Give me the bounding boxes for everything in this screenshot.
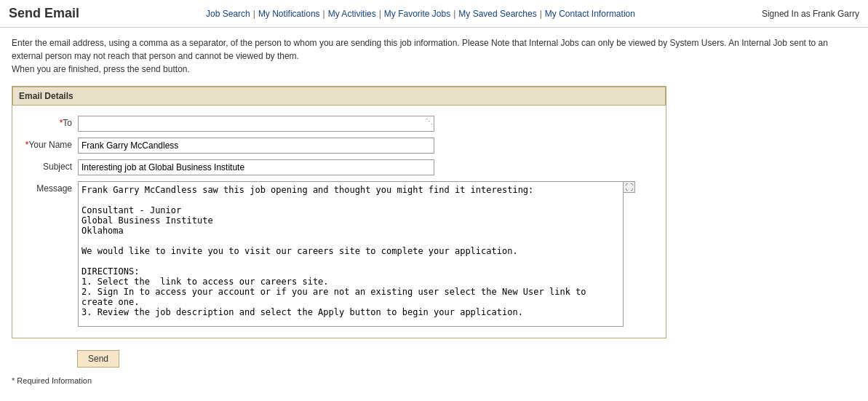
expand-message-icon[interactable]: ⛶ bbox=[623, 181, 635, 193]
main-content: Enter the email address, using a comma a… bbox=[0, 28, 868, 394]
your-name-row: *Your Name bbox=[12, 138, 666, 154]
nav-job-search-top[interactable]: Job Search bbox=[206, 9, 250, 19]
your-name-label: *Your Name bbox=[12, 138, 78, 150]
message-row: Message Frank Garry McCandless saw this … bbox=[12, 181, 666, 329]
nav-my-favorite-jobs-top[interactable]: My Favorite Jobs bbox=[384, 9, 450, 19]
email-form: *To ⋱ *Your Name Subject bbox=[12, 113, 666, 338]
page-header: Send Email Job Search | My Notifications… bbox=[0, 0, 868, 28]
to-wrapper: ⋱ bbox=[78, 116, 434, 132]
expand-to-icon[interactable]: ⋱ bbox=[426, 117, 433, 125]
header-nav: Job Search | My Notifications | My Activ… bbox=[206, 9, 635, 19]
required-note: * Required Information bbox=[12, 376, 856, 385]
to-label: *To bbox=[12, 116, 78, 128]
nav-my-contact-info-top[interactable]: My Contact Information bbox=[545, 9, 635, 19]
send-button[interactable]: Send bbox=[77, 350, 119, 368]
nav-my-notifications-top[interactable]: My Notifications bbox=[258, 9, 320, 19]
message-textarea[interactable]: Frank Garry McCandless saw this job open… bbox=[78, 181, 624, 327]
subject-row: Subject bbox=[12, 159, 666, 175]
nav-my-saved-searches-top[interactable]: My Saved Searches bbox=[458, 9, 536, 19]
page-title: Send Email bbox=[9, 6, 79, 21]
info-text: Enter the email address, using a comma a… bbox=[12, 36, 856, 76]
section-header-email-details: Email Details bbox=[12, 87, 666, 106]
signed-in-label: Signed In as Frank Garry bbox=[762, 9, 859, 19]
subject-input[interactable] bbox=[78, 159, 434, 175]
message-label: Message bbox=[12, 181, 78, 194]
your-name-input[interactable] bbox=[78, 138, 434, 154]
to-input[interactable] bbox=[78, 116, 434, 132]
subject-label: Subject bbox=[12, 159, 78, 172]
to-row: *To ⋱ bbox=[12, 116, 666, 132]
nav-my-activities-top[interactable]: My Activities bbox=[328, 9, 376, 19]
